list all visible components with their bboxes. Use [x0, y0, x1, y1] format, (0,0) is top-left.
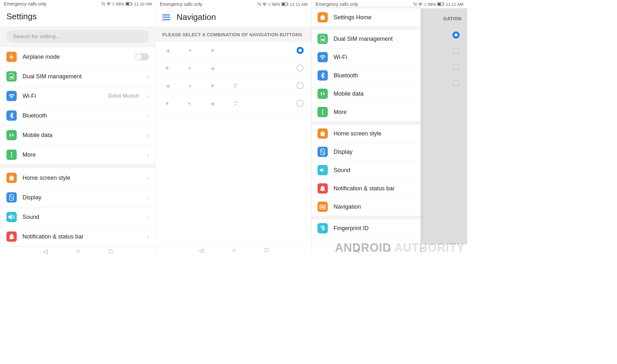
partial-header-text: GATION	[421, 8, 467, 27]
row-sound[interactable]: Sound ›	[0, 207, 156, 227]
row-display[interactable]: Display ›	[0, 188, 156, 207]
svg-rect-20	[321, 206, 322, 208]
radio[interactable]	[297, 100, 304, 107]
notification-pulldown-icon	[233, 83, 238, 88]
chevron-right-icon: ›	[147, 213, 149, 221]
drawer-settings-home[interactable]: Settings Home	[312, 8, 421, 27]
radio	[452, 48, 460, 55]
drawer-label: Home screen style	[334, 130, 415, 137]
nav-combo: ■ ● ◀ ■	[165, 65, 297, 71]
airplane-icon	[6, 52, 17, 62]
sim-icon: ⎅	[268, 2, 271, 7]
row-homescreen[interactable]: Home screen style ›	[0, 168, 156, 188]
home-button[interactable]: ○	[232, 247, 236, 254]
battery-percent: 56%	[272, 2, 280, 7]
row-mobiledata[interactable]: Mobile data ›	[0, 126, 156, 145]
bluetooth-icon	[6, 110, 17, 121]
drawer-sound[interactable]: Sound	[312, 161, 421, 179]
drawer-label: Fingerprint ID	[334, 225, 415, 232]
row-label: More	[22, 152, 141, 158]
svg-point-15	[322, 109, 323, 111]
drawer-bluetooth[interactable]: Bluetooth	[312, 66, 421, 85]
navigation-header: Navigation	[156, 8, 311, 28]
nav-option-1[interactable]: ◀ ● ■ ■	[156, 42, 311, 59]
radio	[452, 64, 460, 71]
radio[interactable]	[297, 65, 304, 72]
chevron-right-icon: ›	[147, 112, 149, 119]
status-carrier: Emergency calls only	[160, 2, 202, 7]
radio[interactable]	[297, 82, 304, 89]
dimmed-background[interactable]: GATION	[421, 8, 467, 244]
sim-icon: ⎅	[424, 2, 426, 7]
drawer-notification[interactable]: Notification & status bar	[312, 179, 421, 198]
battery-icon	[282, 2, 289, 6]
svg-rect-13	[443, 4, 444, 5]
more-icon	[6, 150, 17, 160]
row-label: Bluetooth	[22, 112, 141, 119]
search-input[interactable]: Search for setting...	[6, 30, 149, 43]
circle-icon: ●	[189, 48, 192, 53]
row-dualsim[interactable]: Dual SIM management ›	[0, 67, 156, 86]
row-bluetooth[interactable]: Bluetooth ›	[0, 106, 156, 126]
drawer-label: Display	[334, 149, 415, 155]
circle-icon: ●	[188, 65, 191, 71]
section-gap	[312, 121, 421, 125]
nav-option-2[interactable]: ■ ● ◀ ■	[156, 59, 311, 77]
battery-icon	[437, 2, 444, 6]
recent-button[interactable]: □	[421, 247, 424, 254]
drawer-label: Notification & status bar	[334, 185, 415, 192]
navigation-icon	[317, 202, 328, 212]
drawer-wifi[interactable]: Wi-Fi	[312, 48, 421, 66]
recent-button[interactable]: □	[109, 248, 112, 255]
sound-icon	[317, 165, 328, 175]
chevron-right-icon: ›	[147, 73, 149, 80]
phone-screen-navigation: Emergency calls only ℕ ⎅ 56% 11:11 AM Na…	[156, 0, 312, 256]
drawer-dualsim[interactable]: Dual SIM management	[312, 30, 421, 48]
drawer-navigation[interactable]: Navigation	[312, 198, 421, 216]
row-label: Display	[22, 194, 141, 201]
search-wrap: Search for setting...	[0, 27, 156, 47]
row-wifi[interactable]: Wi-Fi Dolce Munich ›	[0, 86, 156, 106]
home-button[interactable]: ○	[76, 248, 80, 255]
back-button[interactable]: ◁	[199, 247, 203, 254]
section-gap	[312, 27, 421, 30]
recent-button[interactable]: □	[265, 247, 268, 254]
back-button[interactable]: ◁	[43, 248, 48, 255]
chevron-right-icon: ›	[147, 151, 149, 159]
section-gap	[0, 165, 156, 168]
radio-selected[interactable]	[297, 47, 304, 54]
drawer-fingerprint[interactable]: Fingerprint ID	[312, 219, 421, 238]
notification-pulldown-icon	[233, 101, 238, 106]
row-more[interactable]: More ›	[0, 145, 156, 165]
status-bar: Emergency calls only ℕ ⎅ 56% 11:11 AM	[156, 0, 311, 8]
drawer-homescreen[interactable]: Home screen style	[312, 125, 421, 143]
row-airplane[interactable]: Airplane mode	[0, 47, 156, 67]
section-gap	[312, 216, 421, 219]
fingerprint-icon	[317, 223, 328, 233]
svg-point-6	[11, 156, 12, 157]
drawer-label: Bluetooth	[334, 72, 415, 79]
home-button[interactable]: ○	[388, 247, 392, 254]
drawer-overlay: Settings Home Dual SIM management Wi-Fi	[312, 8, 467, 244]
drawer-display[interactable]: Display	[312, 143, 421, 161]
wifi-icon	[317, 52, 328, 62]
square-icon: ■	[211, 48, 214, 53]
drawer-label: Sound	[334, 167, 415, 174]
system-nav-bar: ◁ ○ □	[156, 244, 311, 256]
drawer-mobiledata[interactable]: Mobile data	[312, 85, 421, 103]
square-icon: ■	[165, 65, 169, 71]
page-title: Navigation	[176, 12, 216, 22]
row-label: Mobile data	[22, 132, 141, 139]
status-bar: Emergency calls only ℕ ⎅ 56% 11:11 AM	[312, 0, 467, 8]
airplane-toggle[interactable]	[135, 53, 149, 60]
row-notification[interactable]: Notification & status bar ›	[0, 227, 156, 247]
drawer-label: More	[334, 109, 415, 116]
nav-subtitle: PLEASE SELECT A COMBINATION OF NAVIGATIO…	[156, 28, 311, 42]
home-icon	[317, 128, 328, 139]
status-carrier: Emergency calls only	[316, 2, 358, 7]
drawer-more[interactable]: More	[312, 103, 421, 121]
nav-option-4[interactable]: ■ ● ◀	[156, 95, 311, 112]
nav-option-3[interactable]: ◀ ● ■	[156, 77, 311, 95]
hamburger-button[interactable]	[162, 14, 170, 20]
back-button[interactable]: ◁	[355, 247, 359, 254]
